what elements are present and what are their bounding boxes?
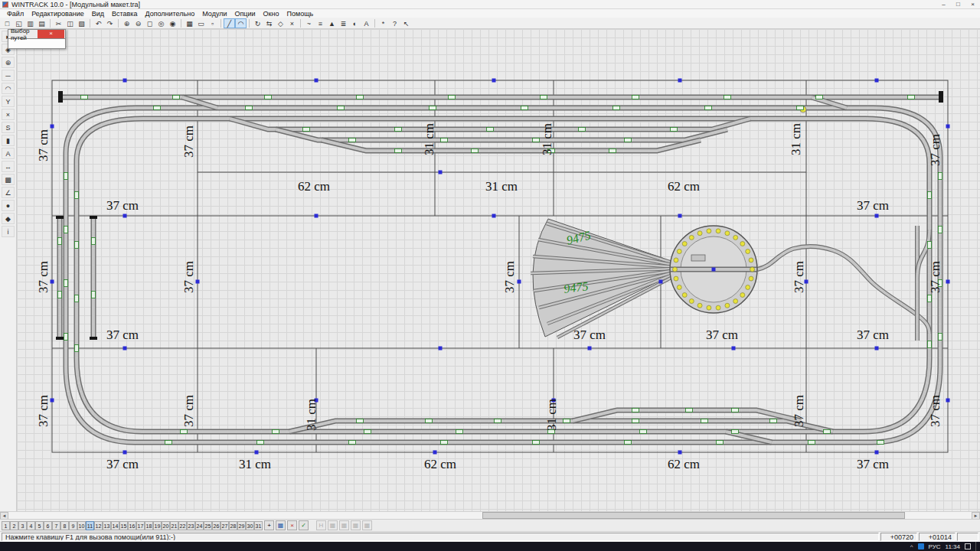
turnout-tool[interactable]: Y [2,96,15,107]
selection-handle[interactable] [439,347,443,350]
dimension-label[interactable]: 62 cm [668,457,700,471]
selection-handle[interactable] [659,280,663,284]
selection-handle[interactable] [518,280,521,284]
keyboard-layout-indicator[interactable]: РУС [929,543,941,550]
grid-toggle-button[interactable]: ▦ [184,18,195,28]
zoom-in-button[interactable]: ⊕ [121,18,132,28]
dimension-label[interactable]: 37 cm [857,457,889,471]
signal-tool[interactable]: ◆ [2,213,15,224]
buffer-stop-tool[interactable]: ▮ [2,135,15,146]
horizontal-scrollbar[interactable]: ◄ ► [0,511,980,519]
menu-item-8[interactable]: Окно [260,10,283,18]
page-tab-22[interactable]: 22 [178,521,187,530]
selection-handle[interactable] [712,268,716,272]
selection-handle[interactable] [678,79,682,83]
page-tab-17[interactable]: 17 [136,521,145,530]
selection-handle[interactable] [946,125,950,129]
track-selection-window[interactable]: Выбор путей × [8,29,66,49]
page-tab-16[interactable]: 16 [128,521,136,530]
dimension-label[interactable]: 37 cm [36,395,51,427]
page-tab-27[interactable]: 27 [220,521,229,530]
mirror-button[interactable]: ⇆ [263,18,275,28]
dimension-label[interactable]: 62 cm [298,179,330,194]
menu-item-1[interactable]: Файл [3,10,28,18]
ruler-button[interactable]: ▭ [195,18,207,28]
page-tab-7[interactable]: 7 [52,521,60,530]
dimension-label[interactable]: 37 cm [502,261,517,293]
insert-page-button[interactable]: + [264,520,274,530]
dimension-label[interactable]: 31 cm [304,399,318,431]
zoom-tool[interactable]: ⊕ [2,57,15,68]
delete-button[interactable]: × [286,18,298,28]
dimension-label[interactable]: 62 cm [424,457,456,471]
page-tab-1[interactable]: 1 [2,521,10,530]
page-tab-9[interactable]: 9 [69,521,77,530]
straight-track-mode-button[interactable]: ╱ [224,18,235,28]
curve-track-mode-button[interactable]: ◠ [235,18,247,28]
page-tab-10[interactable]: 10 [77,521,86,530]
apply-page-button[interactable]: ✓ [299,520,309,530]
redo-button[interactable]: ↷ [104,18,116,28]
page-tab-11[interactable]: 11 [86,521,94,530]
page-tab-8[interactable]: 8 [60,521,69,530]
selection-handle[interactable] [492,214,496,218]
selection-handle[interactable] [732,347,736,350]
tray-chevron-icon[interactable]: ^ [910,543,913,550]
selection-handle[interactable] [678,451,682,455]
dimension-label[interactable]: 37 cm [928,261,942,293]
dimension-label[interactable]: 31 cm [239,457,271,471]
show-desktop-button[interactable] [975,542,978,551]
zoom-out-button[interactable]: ⊖ [132,18,144,28]
selection-handle[interactable] [875,79,879,83]
view-3d-button[interactable]: ▲ [326,18,338,28]
menu-item-5[interactable]: Дополнительно [141,10,198,18]
selection-handle[interactable] [588,347,592,350]
scrollbar-thumb[interactable] [482,512,905,519]
dimension-label[interactable]: 37 cm [857,328,889,342]
menu-item-7[interactable]: Опции [230,10,259,18]
selection-handle[interactable] [492,79,496,83]
selection-handle[interactable] [875,214,879,218]
track[interactable] [757,246,929,334]
maximize-button[interactable]: □ [951,0,965,9]
menu-item-2[interactable]: Редактирование [28,10,88,18]
selection-handle[interactable] [315,79,318,83]
minimize-button[interactable]: – [936,0,951,9]
move-button[interactable]: ◇ [275,18,286,28]
dimension-label[interactable]: 37 cm [106,457,139,471]
print-button[interactable]: ▤ [36,18,47,28]
selection-handle[interactable] [123,79,127,83]
color-tool[interactable]: ▩ [2,174,15,185]
dimension-label[interactable]: 37 cm [792,261,806,293]
dimension-label[interactable]: 37 cm [857,198,889,213]
page-tab-31[interactable]: 31 [254,521,263,530]
page-tab-13[interactable]: 13 [103,521,111,530]
copy-button[interactable]: ◫ [64,18,76,28]
palette-close-button[interactable]: × [38,30,64,38]
zoom-all-button[interactable]: ◎ [155,18,167,28]
page-tab-20[interactable]: 20 [162,521,170,530]
page-tab-14[interactable]: 14 [111,521,119,530]
page-tab-19[interactable]: 19 [153,521,162,530]
undo-button[interactable]: ↶ [93,18,104,28]
selection-handle[interactable] [123,347,127,350]
dimension-label[interactable]: 62 cm [668,179,700,194]
dimension-label[interactable]: 37 cm [181,261,196,293]
selection-handle[interactable] [196,280,200,284]
menu-item-3[interactable]: Вид [88,10,108,18]
page-tab-29[interactable]: 29 [237,521,246,530]
fan-area[interactable] [533,219,665,337]
page-tab-2[interactable]: 2 [10,521,18,530]
page-tab-6[interactable]: 6 [44,521,52,530]
parts-list-button[interactable]: ≣ [338,18,349,28]
flex-track-tool[interactable]: S [2,122,15,133]
selection-handle[interactable] [255,451,259,455]
dimension-label[interactable]: 37 cm [36,129,51,161]
dimension-label[interactable]: 37 cm [106,328,139,342]
page-overview-button[interactable]: ▦ [276,520,286,530]
curve-track-tool[interactable]: ◠ [2,83,15,94]
rotate-button[interactable]: ↻ [252,18,263,28]
selection-handle[interactable] [123,451,127,455]
dimension-label[interactable]: 31 cm [544,399,559,431]
tray-app-icon[interactable] [918,543,924,549]
